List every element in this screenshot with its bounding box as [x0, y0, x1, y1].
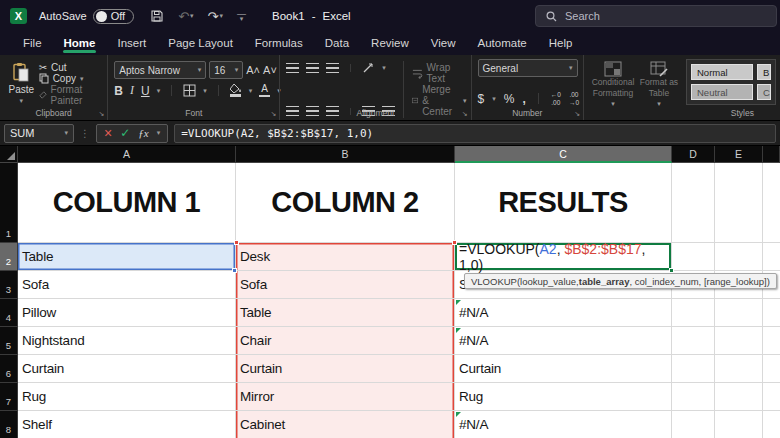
- conditional-formatting-button[interactable]: Conditional Formatting ▾: [590, 59, 636, 108]
- decrease-decimal-button[interactable]: .00→0: [569, 91, 579, 106]
- redo-button[interactable]: ↷▾: [208, 9, 223, 24]
- cell-C8[interactable]: #N/A: [455, 411, 672, 438]
- cell-A7[interactable]: Rug: [18, 383, 236, 411]
- currency-format-button[interactable]: $: [478, 92, 485, 106]
- row-header-1[interactable]: 1: [0, 163, 18, 243]
- copy-button[interactable]: Copy ▾: [39, 73, 104, 84]
- tab-review[interactable]: Review: [360, 34, 420, 54]
- cell-F8[interactable]: [763, 411, 780, 438]
- cell-D6[interactable]: [672, 355, 715, 383]
- cell-A5[interactable]: Nightstand: [18, 327, 236, 355]
- cell-E6[interactable]: [715, 355, 763, 383]
- tab-page-layout[interactable]: Page Layout: [157, 34, 244, 54]
- cell-E8[interactable]: [715, 411, 763, 438]
- insert-function-button[interactable]: ƒx: [138, 127, 148, 139]
- style-normal[interactable]: Normal: [691, 64, 753, 80]
- font-dialog-launcher[interactable]: ↘: [270, 110, 276, 118]
- increase-font-button[interactable]: A˄: [246, 64, 260, 76]
- align-top-icon[interactable]: [286, 63, 299, 74]
- cell-F2[interactable]: [763, 243, 780, 271]
- cancel-entry-button[interactable]: ×: [104, 126, 112, 140]
- red-range-handle[interactable]: [234, 240, 239, 245]
- format-as-table-button[interactable]: Format as Table ▾: [636, 59, 682, 108]
- row-header-3[interactable]: 3: [0, 271, 18, 299]
- row-header-2[interactable]: 2: [0, 243, 18, 271]
- cell-F6[interactable]: [763, 355, 780, 383]
- cell-D1[interactable]: [672, 163, 715, 243]
- cell-F1[interactable]: [763, 163, 780, 243]
- wrap-text-button[interactable]: Wrap Text: [412, 62, 467, 84]
- tab-automate[interactable]: Automate: [467, 34, 538, 54]
- column-header-A[interactable]: A: [18, 146, 236, 163]
- cell-D4[interactable]: [672, 299, 715, 327]
- number-format-select[interactable]: General▾: [478, 59, 578, 77]
- tab-insert[interactable]: Insert: [106, 34, 157, 54]
- row-header-6[interactable]: 6: [0, 355, 18, 383]
- underline-button[interactable]: U: [141, 84, 150, 98]
- align-middle-icon[interactable]: [306, 63, 319, 74]
- cell-A1[interactable]: COLUMN 1: [18, 163, 236, 243]
- cut-button[interactable]: ✂ Cut: [39, 62, 104, 73]
- style-bad[interactable]: B: [757, 64, 771, 80]
- undo-button[interactable]: ↶▾: [178, 9, 193, 24]
- comma-format-button[interactable]: ,: [522, 92, 525, 106]
- select-all-corner[interactable]: [0, 146, 18, 163]
- search-input[interactable]: Search: [535, 5, 777, 27]
- paste-dropdown-icon[interactable]: ▾: [20, 97, 24, 105]
- bold-button[interactable]: B: [114, 84, 123, 98]
- cell-B1[interactable]: COLUMN 2: [236, 163, 455, 243]
- row-header-7[interactable]: 7: [0, 383, 18, 411]
- align-bottom-icon[interactable]: [326, 63, 339, 74]
- cell-D7[interactable]: [672, 383, 715, 411]
- confirm-entry-button[interactable]: ✓: [120, 127, 130, 139]
- cell-B7[interactable]: Mirror: [236, 383, 455, 411]
- cell-B3[interactable]: Sofa: [236, 271, 455, 299]
- cell-B6[interactable]: Curtain: [236, 355, 455, 383]
- cell-A6[interactable]: Curtain: [18, 355, 236, 383]
- cell-E5[interactable]: [715, 327, 763, 355]
- cell-C7[interactable]: Rug: [455, 383, 672, 411]
- row-header-5[interactable]: 5: [0, 327, 18, 355]
- font-name-select[interactable]: Aptos Narrow▾: [114, 61, 206, 79]
- number-dialog-launcher[interactable]: ↘: [574, 110, 580, 118]
- style-calculation[interactable]: C: [757, 84, 771, 100]
- cell-C2[interactable]: =VLOOKUP(A2, $B$2:$B$17, 1,0): [455, 243, 672, 271]
- paste-button[interactable]: Paste ▾: [6, 59, 37, 108]
- save-button[interactable]: [150, 9, 164, 23]
- cell-C1[interactable]: RESULTS: [455, 163, 672, 243]
- cell-C5[interactable]: #N/A: [455, 327, 672, 355]
- cell-F5[interactable]: [763, 327, 780, 355]
- tab-help[interactable]: Help: [538, 34, 584, 54]
- fill-color-dropdown-icon[interactable]: ▾: [249, 87, 253, 95]
- cell-E4[interactable]: [715, 299, 763, 327]
- row-header-8[interactable]: 8: [0, 411, 18, 438]
- cell-B4[interactable]: Table: [236, 299, 455, 327]
- customize-qat-button[interactable]: —▾: [237, 12, 246, 21]
- blue-range-handle[interactable]: [232, 268, 237, 273]
- percent-format-button[interactable]: %: [504, 92, 515, 106]
- cell-D2[interactable]: [672, 243, 715, 271]
- fx-dropdown-icon[interactable]: ▾: [157, 129, 161, 137]
- autosave-toggle[interactable]: Off: [93, 9, 134, 24]
- cell-E1[interactable]: [715, 163, 763, 243]
- tab-file[interactable]: File: [12, 34, 53, 54]
- tab-data[interactable]: Data: [314, 34, 360, 54]
- orientation-dropdown-icon[interactable]: ▾: [382, 64, 386, 72]
- clipboard-dialog-launcher[interactable]: ↘: [98, 110, 104, 118]
- excel-app-icon[interactable]: X: [10, 8, 27, 24]
- cell-C6[interactable]: Curtain: [455, 355, 672, 383]
- cell-A4[interactable]: Pillow: [18, 299, 236, 327]
- cell-B8[interactable]: Cabinet: [236, 411, 455, 438]
- cell-D8[interactable]: [672, 411, 715, 438]
- font-color-button[interactable]: A: [259, 84, 270, 98]
- column-header-partial[interactable]: [763, 146, 780, 163]
- cell-B2[interactable]: Desk: [236, 243, 455, 271]
- cell-D5[interactable]: [672, 327, 715, 355]
- tab-formulas[interactable]: Formulas: [244, 34, 314, 54]
- tab-home[interactable]: Home: [53, 34, 107, 54]
- fill-color-button[interactable]: [230, 84, 242, 97]
- formula-input[interactable]: =VLOOKUP(A2, $B$2:$B$17, 1,0): [174, 124, 776, 143]
- name-box[interactable]: SUM ▾: [4, 124, 74, 143]
- red-range-handle[interactable]: [452, 240, 457, 245]
- cell-C4[interactable]: #N/A: [455, 299, 672, 327]
